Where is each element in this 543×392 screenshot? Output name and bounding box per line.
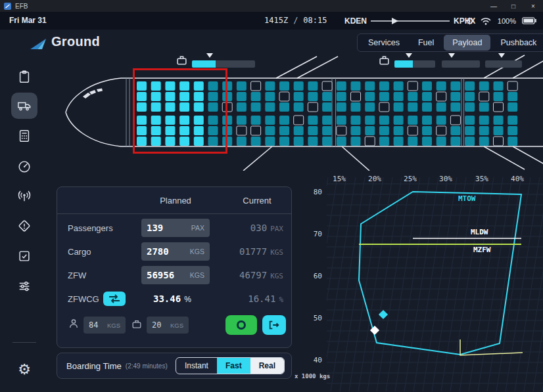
seat[interactable]: [337, 102, 346, 112]
seat[interactable]: [494, 116, 504, 125]
seat[interactable]: [465, 126, 475, 135]
zfw-planned-input[interactable]: 56956KGS: [141, 266, 210, 284]
per-bag-weight-input[interactable]: 20 KGS: [147, 316, 189, 334]
seat[interactable]: [365, 102, 375, 112]
boarding-option-real[interactable]: Real: [250, 358, 284, 374]
seat[interactable]: [379, 116, 389, 125]
seat[interactable]: [379, 126, 389, 135]
seat[interactable]: [422, 126, 432, 135]
seat[interactable]: [394, 137, 404, 146]
seat[interactable]: [450, 102, 460, 112]
seat[interactable]: [422, 116, 432, 125]
seat[interactable]: [279, 81, 289, 91]
seat[interactable]: [479, 116, 489, 125]
seat[interactable]: [408, 137, 417, 146]
seat[interactable]: [265, 137, 275, 146]
seat[interactable]: [508, 126, 517, 135]
seat[interactable]: [479, 102, 489, 112]
seat[interactable]: [237, 137, 247, 146]
seat[interactable]: [394, 81, 404, 91]
seat[interactable]: [308, 126, 318, 135]
seat[interactable]: [465, 116, 475, 125]
seat[interactable]: [450, 116, 460, 125]
seat[interactable]: [494, 92, 504, 101]
seat[interactable]: [294, 137, 304, 146]
seat[interactable]: [322, 81, 332, 91]
seat[interactable]: [465, 81, 475, 91]
seat[interactable]: [422, 92, 432, 101]
seat[interactable]: [422, 137, 432, 146]
seat[interactable]: [437, 92, 446, 101]
seat[interactable]: [237, 81, 247, 91]
seat[interactable]: [465, 92, 475, 101]
seat[interactable]: [479, 137, 489, 146]
cargo-load-bar[interactable]: [394, 60, 435, 68]
seat[interactable]: [365, 116, 375, 125]
minimize-button[interactable]: —: [484, 0, 504, 12]
seat[interactable]: [437, 102, 446, 112]
cargo-load-bar[interactable]: [442, 60, 480, 68]
seat[interactable]: [379, 92, 389, 101]
seat[interactable]: [237, 92, 247, 101]
seat[interactable]: [494, 137, 504, 146]
seat[interactable]: [465, 137, 475, 146]
seat[interactable]: [351, 92, 361, 101]
seat[interactable]: [365, 126, 375, 135]
seat[interactable]: [337, 126, 346, 135]
seat[interactable]: [294, 102, 304, 112]
seat[interactable]: [365, 92, 375, 101]
seat[interactable]: [322, 102, 332, 112]
cargo-target-marker[interactable]: [498, 53, 505, 58]
seat[interactable]: [422, 81, 432, 91]
seat[interactable]: [265, 102, 275, 112]
cargo-target-marker[interactable]: [448, 53, 455, 58]
seat[interactable]: [251, 81, 261, 91]
deboard-button[interactable]: [262, 315, 286, 335]
seat[interactable]: [479, 81, 489, 91]
seat[interactable]: [494, 81, 504, 91]
seat[interactable]: [265, 126, 275, 135]
seat[interactable]: [237, 126, 247, 135]
seat[interactable]: [494, 126, 504, 135]
seat[interactable]: [322, 137, 332, 146]
cargo-load-bar[interactable]: [485, 60, 522, 68]
seat[interactable]: [294, 126, 304, 135]
cargo-load-bar[interactable]: [192, 60, 255, 68]
seat[interactable]: [365, 137, 375, 146]
seat[interactable]: [294, 92, 304, 101]
seat[interactable]: [479, 92, 489, 101]
seat[interactable]: [237, 102, 247, 112]
seat[interactable]: [351, 137, 361, 146]
seat[interactable]: [265, 81, 275, 91]
seat[interactable]: [422, 102, 432, 112]
seat[interactable]: [479, 126, 489, 135]
seat[interactable]: [408, 102, 417, 112]
seat[interactable]: [394, 116, 404, 125]
seat[interactable]: [294, 116, 304, 125]
quick-settings-gear-icon[interactable]: ⚙: [465, 16, 474, 26]
seat[interactable]: [508, 81, 517, 91]
seat[interactable]: [450, 137, 460, 146]
seat[interactable]: [337, 92, 346, 101]
tab-pushback[interactable]: Pushback: [492, 35, 543, 51]
seat[interactable]: [379, 81, 389, 91]
seat[interactable]: [279, 102, 289, 112]
seat[interactable]: [337, 116, 346, 125]
seat[interactable]: [351, 81, 361, 91]
seat[interactable]: [394, 126, 404, 135]
sidebar-item-dashboard[interactable]: [11, 153, 37, 179]
seat[interactable]: [322, 92, 332, 101]
passengers-planned-input[interactable]: 139PAX: [141, 219, 210, 237]
seat[interactable]: [251, 126, 261, 135]
seat[interactable]: [322, 126, 332, 135]
seat[interactable]: [465, 102, 475, 112]
sidebar-item-performance[interactable]: [11, 123, 37, 149]
seat[interactable]: [437, 137, 446, 146]
close-button[interactable]: ×: [523, 0, 543, 12]
seat[interactable]: [379, 137, 389, 146]
seat[interactable]: [251, 102, 261, 112]
seat[interactable]: [394, 102, 404, 112]
seat[interactable]: [308, 102, 318, 112]
seat[interactable]: [279, 116, 289, 125]
seat[interactable]: [251, 137, 261, 146]
